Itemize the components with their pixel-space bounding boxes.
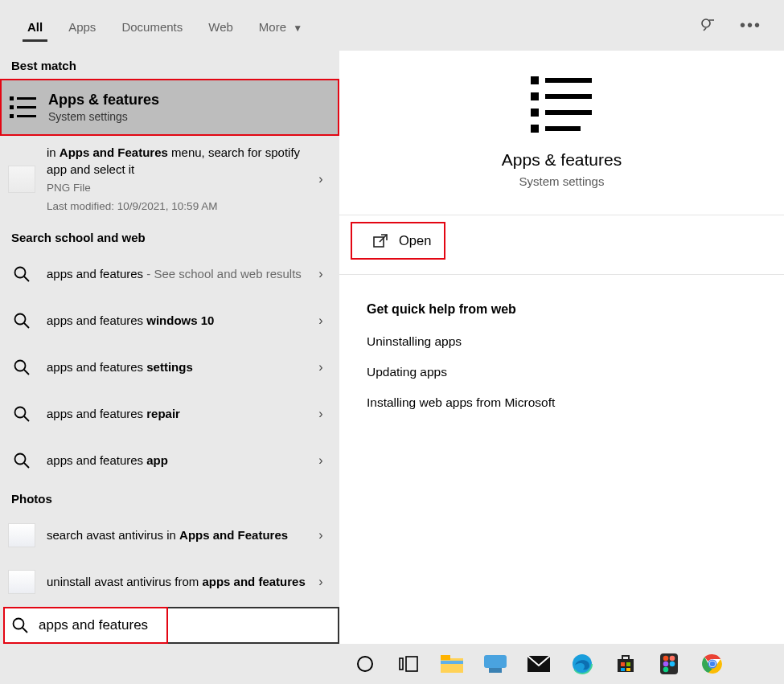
taskbar-app-icon[interactable] bbox=[482, 651, 508, 677]
quick-help-link[interactable]: Uninstalling apps bbox=[339, 326, 784, 357]
svg-point-47 bbox=[663, 656, 669, 661]
taskbar-task-view-icon[interactable] bbox=[396, 651, 421, 677]
taskbar-figma-icon[interactable] bbox=[656, 651, 682, 677]
tab-apps[interactable]: Apps bbox=[55, 4, 109, 47]
section-photos: Photos bbox=[0, 484, 339, 512]
svg-rect-41 bbox=[622, 656, 629, 660]
svg-rect-25 bbox=[545, 126, 581, 131]
taskbar bbox=[0, 644, 784, 684]
web-result[interactable]: apps and features repair › bbox=[0, 391, 339, 437]
file-result-text: in Apps and Features menu, search for sp… bbox=[47, 145, 300, 176]
more-options-icon[interactable]: ••• bbox=[740, 16, 761, 35]
open-label: Open bbox=[399, 233, 431, 248]
svg-rect-20 bbox=[531, 92, 539, 100]
section-school-web: Search school and web bbox=[0, 223, 339, 251]
svg-rect-35 bbox=[484, 655, 507, 668]
taskbar-mail-icon[interactable] bbox=[526, 651, 552, 677]
svg-line-17 bbox=[24, 463, 29, 468]
chevron-right-icon[interactable]: › bbox=[317, 575, 331, 589]
svg-rect-4 bbox=[10, 105, 14, 109]
svg-rect-31 bbox=[406, 657, 417, 671]
svg-rect-30 bbox=[400, 658, 403, 670]
tab-all[interactable]: All bbox=[14, 4, 55, 47]
preview-subtitle: System settings bbox=[519, 174, 605, 188]
file-result[interactable]: in Apps and Features menu, search for sp… bbox=[0, 136, 339, 223]
svg-rect-19 bbox=[545, 78, 592, 83]
tab-documents[interactable]: Documents bbox=[109, 4, 195, 47]
quick-help-link[interactable]: Updating apps bbox=[339, 357, 784, 387]
svg-point-16 bbox=[15, 453, 26, 464]
svg-rect-46 bbox=[660, 653, 678, 674]
web-result[interactable]: apps and features windows 10 › bbox=[0, 297, 339, 344]
web-result[interactable]: apps and features - See school and web r… bbox=[0, 251, 339, 297]
svg-rect-6 bbox=[10, 114, 14, 118]
svg-rect-44 bbox=[621, 668, 625, 671]
search-box[interactable] bbox=[3, 607, 339, 644]
svg-rect-21 bbox=[545, 94, 592, 99]
svg-rect-7 bbox=[17, 115, 36, 117]
svg-rect-3 bbox=[17, 97, 36, 100]
section-best-match: Best match bbox=[0, 51, 339, 79]
svg-point-27 bbox=[14, 619, 24, 629]
chevron-right-icon[interactable]: › bbox=[317, 407, 331, 421]
search-icon bbox=[11, 616, 29, 634]
svg-point-14 bbox=[15, 407, 26, 417]
taskbar-cortana-icon[interactable] bbox=[352, 651, 378, 677]
search-icon bbox=[6, 352, 37, 383]
taskbar-edge-icon[interactable] bbox=[569, 651, 595, 677]
svg-line-15 bbox=[24, 416, 29, 421]
taskbar-chrome-icon[interactable] bbox=[700, 651, 725, 677]
chevron-right-icon[interactable]: › bbox=[317, 360, 331, 375]
best-match-subtitle: System settings bbox=[48, 110, 159, 123]
svg-point-8 bbox=[15, 267, 26, 277]
svg-rect-40 bbox=[618, 659, 634, 672]
search-input[interactable] bbox=[39, 617, 331, 633]
svg-line-11 bbox=[24, 323, 29, 328]
svg-rect-43 bbox=[626, 662, 630, 666]
chevron-right-icon[interactable]: › bbox=[317, 453, 331, 468]
svg-point-10 bbox=[15, 313, 26, 324]
tab-more-label: More bbox=[259, 20, 286, 34]
feedback-icon[interactable] bbox=[700, 17, 717, 35]
photo-thumbnail-icon bbox=[6, 520, 37, 551]
web-result[interactable]: apps and features app › bbox=[0, 437, 339, 484]
svg-rect-23 bbox=[545, 110, 592, 115]
preview-title: Apps & features bbox=[502, 150, 622, 170]
svg-point-49 bbox=[663, 661, 669, 667]
quick-help-link[interactable]: Installing web apps from Microsoft bbox=[339, 387, 784, 418]
apps-features-hero-icon bbox=[531, 75, 593, 134]
svg-point-55 bbox=[710, 661, 716, 667]
svg-point-51 bbox=[663, 667, 669, 673]
open-button[interactable]: Open bbox=[351, 222, 445, 260]
svg-point-12 bbox=[15, 360, 26, 371]
svg-line-13 bbox=[24, 370, 29, 375]
photo-thumbnail-icon bbox=[6, 567, 37, 597]
svg-point-48 bbox=[670, 656, 675, 661]
taskbar-file-explorer-icon[interactable] bbox=[439, 651, 465, 677]
photo-result[interactable]: uninstall avast antivirus from apps and … bbox=[0, 559, 339, 605]
apps-features-icon bbox=[8, 92, 39, 123]
svg-point-1 bbox=[712, 19, 714, 21]
search-icon bbox=[6, 445, 37, 476]
tab-more[interactable]: More ▼ bbox=[246, 4, 315, 47]
chevron-right-icon[interactable]: › bbox=[317, 267, 331, 281]
search-icon bbox=[6, 399, 37, 429]
tab-web[interactable]: Web bbox=[195, 4, 246, 47]
file-result-type: PNG File bbox=[47, 181, 307, 196]
chevron-right-icon[interactable]: › bbox=[317, 313, 331, 328]
svg-line-9 bbox=[24, 276, 29, 281]
photo-result[interactable]: search avast antivirus in Apps and Featu… bbox=[0, 512, 339, 559]
chevron-right-icon[interactable]: › bbox=[317, 172, 331, 186]
file-result-modified: Last modified: 10/9/2021, 10:59 AM bbox=[47, 199, 307, 215]
chevron-down-icon: ▼ bbox=[293, 23, 302, 34]
svg-line-28 bbox=[23, 628, 27, 633]
svg-rect-24 bbox=[531, 125, 539, 133]
svg-rect-22 bbox=[531, 109, 539, 117]
chevron-right-icon[interactable]: › bbox=[317, 528, 331, 543]
preview-pane: Apps & features System settings Open Get… bbox=[339, 51, 784, 644]
best-match-result[interactable]: Apps & features System settings bbox=[0, 79, 339, 136]
web-result[interactable]: apps and features settings › bbox=[0, 344, 339, 391]
svg-rect-42 bbox=[621, 662, 625, 666]
svg-rect-18 bbox=[531, 76, 539, 84]
taskbar-store-icon[interactable] bbox=[613, 651, 638, 677]
